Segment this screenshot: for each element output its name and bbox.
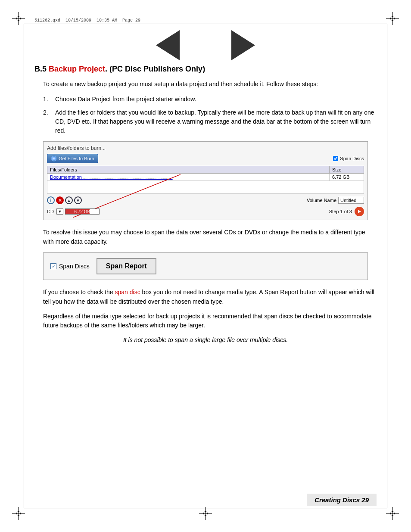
screenshot-inner: Files/Folders Size Documentation .......… [47, 166, 364, 194]
heading-rest: . (PC Disc Publishers Only) [105, 65, 205, 73]
progress-bar: 6.72 GB [65, 208, 100, 215]
span-discs-check: Span Discs [333, 156, 364, 161]
intro-text: To create a new backup project you must … [43, 80, 377, 89]
step-1-num: 1. [43, 95, 52, 104]
span-report-label: Span Report [106, 262, 147, 270]
svg-text:+: + [53, 157, 55, 161]
cd-label: CD [47, 209, 54, 214]
reg-mark-bl [12, 507, 25, 520]
reg-mark-tl [12, 12, 25, 25]
meta-file: 511262.qxd [34, 18, 60, 23]
stop-icon[interactable]: ✕ [56, 196, 64, 204]
span-report-button[interactable]: Span Report [97, 258, 156, 274]
cd-dropdown-arrow: ▼ [58, 209, 62, 214]
border-top [24, 24, 387, 24]
step-1-text: Choose Data Project from the project sta… [55, 95, 377, 104]
span-discs-checkbox[interactable] [333, 156, 338, 161]
span-discs-widget-text: Span Discs [59, 263, 90, 270]
bottom-icons: i ✕ ▲ ▼ Volume Name [47, 196, 364, 204]
body-para-1: If you choose to check the span disc box… [43, 288, 377, 306]
col-size: Size [330, 166, 364, 174]
reg-mark-bottom-center [199, 507, 212, 520]
heading-b5: B.5 [34, 65, 49, 73]
step-2-num: 2. [43, 108, 52, 135]
screenshot-footer: CD ▼ 6.72 GB Step 1 of 3 [47, 207, 364, 216]
get-files-label: Get Files to Burn [59, 156, 94, 161]
screenshot-mockup: Add files/folders to burn... + Get Files… [43, 141, 368, 220]
cd-dropdown[interactable]: ▼ [56, 208, 63, 215]
border-right [387, 24, 387, 508]
step-indicator: Step 1 of 3 [329, 207, 364, 216]
steps-list: 1. Choose Data Project from the project … [43, 95, 377, 135]
footer-text: Creating Discs 29 [314, 496, 369, 504]
reg-mark-br [386, 507, 399, 520]
file-size-cell: 6.72 GB [330, 174, 364, 181]
step-1: 1. Choose Data Project from the project … [43, 95, 377, 104]
col-files: Files/Folders [47, 166, 330, 174]
border-left [24, 24, 24, 508]
progress-bar-text: 6.72 GB [65, 209, 99, 214]
span-discs-widget-label: ✓ Span Discs [50, 263, 90, 270]
next-step-button[interactable] [355, 207, 364, 216]
meta-page: Page 29 [122, 18, 140, 23]
get-files-icon: + [51, 156, 57, 162]
screenshot-title: Add files/folders to burn... [47, 145, 364, 151]
nav-arrows [0, 26, 411, 60]
step-label: Step 1 of 3 [329, 209, 352, 214]
step-2-text: Add the files or folders that you would … [55, 108, 377, 135]
heading-backup: Backup Project [49, 65, 105, 73]
span-discs-widget-checkbox[interactable]: ✓ [50, 263, 56, 269]
span-disc-link: span disc [115, 289, 140, 296]
footer-box: Creating Discs 29 [307, 494, 377, 506]
span-widget: ✓ Span Discs Span Report [43, 252, 368, 280]
file-name-cell: Documentation ..........................… [47, 174, 330, 181]
down-icon[interactable]: ▼ [74, 196, 82, 204]
span-discs-check-label: Span Discs [340, 156, 364, 161]
checkbox-checkmark: ✓ [52, 264, 56, 269]
next-arrow-icon[interactable] [231, 30, 255, 60]
svg-marker-3 [358, 210, 361, 213]
body-para-2: Regardless of the media type selected fo… [43, 312, 377, 330]
file-name: Documentation [50, 174, 82, 180]
get-files-button[interactable]: + Get Files to Burn [47, 154, 98, 163]
resolve-text: To resolve this issue you may choose to … [43, 228, 377, 246]
step-2: 2. Add the files or folders that you wou… [43, 108, 377, 135]
table-row: Documentation ..........................… [47, 174, 364, 181]
italic-note: It is not possible to span a single larg… [43, 336, 368, 345]
volume-name-label: Volume Name [307, 198, 336, 203]
volume-name-input[interactable] [338, 197, 364, 204]
meta-date: 10/15/2009 [65, 18, 91, 23]
body-para1-before: If you choose to check the [43, 289, 115, 296]
page-footer: Creating Discs 29 [0, 494, 411, 506]
file-table: Files/Folders Size Documentation .......… [47, 166, 364, 194]
main-content: B.5 Backup Project. (PC Disc Publishers … [34, 65, 377, 351]
section-heading: B.5 Backup Project. (PC Disc Publishers … [34, 65, 377, 74]
reg-mark-tr [386, 12, 399, 25]
prev-arrow-icon[interactable] [156, 30, 180, 60]
page-container: 511262.qxd 10/15/2009 10:35 AM Page 29 B… [0, 0, 411, 532]
meta-line: 511262.qxd 10/15/2009 10:35 AM Page 29 [34, 18, 140, 23]
volume-name-area: Volume Name [307, 197, 364, 204]
up-icon[interactable]: ▲ [65, 196, 73, 204]
meta-time: 10:35 AM [97, 18, 117, 23]
info-icon[interactable]: i [47, 196, 55, 204]
screenshot-toolbar: + Get Files to Burn Span Discs [47, 154, 364, 163]
